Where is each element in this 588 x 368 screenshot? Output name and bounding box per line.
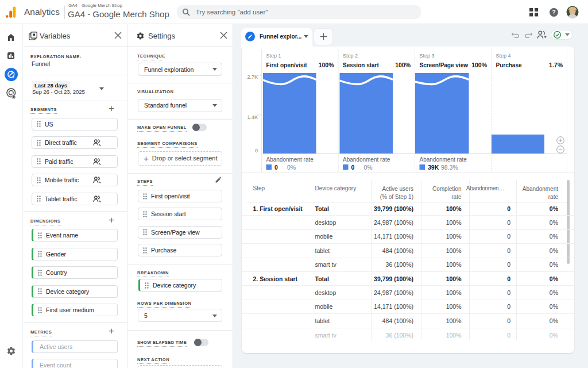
svg-text:39K: 39K <box>428 164 439 171</box>
svg-text:Abandonment rate: Abandonment rate <box>343 156 390 163</box>
svg-text:Step 3: Step 3 <box>420 53 435 59</box>
svg-text:100%: 100% <box>319 62 335 68</box>
svg-text:Session start: Session start <box>343 62 379 68</box>
svg-text:98.3%: 98.3% <box>441 164 458 171</box>
svg-text:Step 2: Step 2 <box>343 53 358 59</box>
svg-text:2.7K: 2.7K <box>247 74 258 80</box>
svg-text:1.4K: 1.4K <box>247 114 258 120</box>
svg-text:Purchase: Purchase <box>496 62 522 68</box>
svg-text:Step 4: Step 4 <box>496 53 511 59</box>
svg-text:0%: 0% <box>364 164 373 171</box>
svg-text:0%: 0% <box>287 164 296 171</box>
svg-text:0: 0 <box>255 148 258 154</box>
svg-text:Abandonment rate: Abandonment rate <box>266 156 314 163</box>
svg-text:Abandonment rate: Abandonment rate <box>420 156 467 163</box>
svg-text:1.7%: 1.7% <box>549 62 563 68</box>
svg-text:100%: 100% <box>471 62 488 68</box>
svg-text:Screen/Page view: Screen/Page view <box>420 62 469 68</box>
svg-text:100%: 100% <box>395 62 411 68</box>
svg-text:First open/visit: First open/visit <box>266 62 308 68</box>
svg-text:0: 0 <box>351 164 355 171</box>
svg-text:0: 0 <box>274 164 278 171</box>
svg-text:Step 1: Step 1 <box>266 53 281 59</box>
